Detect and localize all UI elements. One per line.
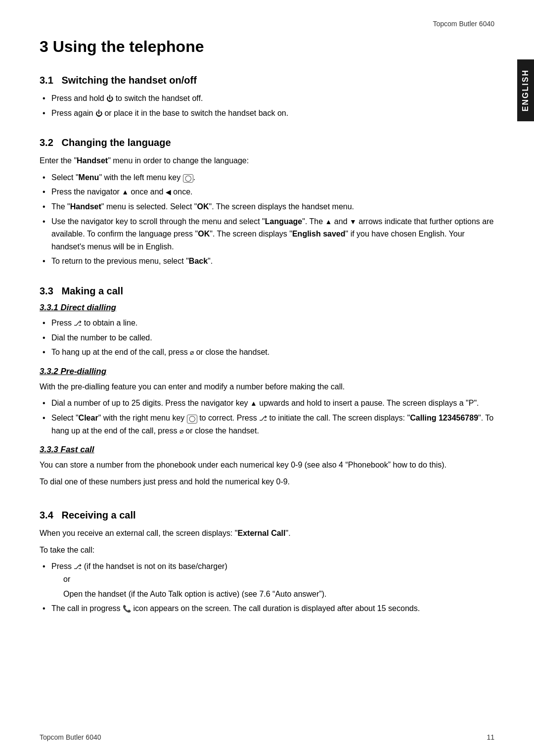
list-item: Use the navigator key to scroll through … (40, 215, 494, 253)
page-number: 11 (487, 733, 494, 741)
chapter-number: 3 (40, 38, 48, 55)
sub-text-open: Open the handset (if the Auto Talk optio… (51, 588, 494, 601)
sub-text-or: or (51, 573, 494, 586)
list-item: Dial a number of up to 25 digits. Press … (40, 397, 494, 410)
list-item: Press the navigator ▲ once and ◀ once. (40, 186, 494, 198)
phone-icon-3: ⎇ (74, 561, 82, 572)
arrow-left-icon: ◀ (166, 188, 171, 196)
list-item: Press again ⏻ or place it in the base to… (40, 107, 494, 120)
page-footer: Topcom Butler 6040 11 (40, 733, 494, 741)
call-in-progress-icon: 📞 (123, 603, 131, 614)
list-item: The call in progress 📞 icon appears on t… (40, 602, 494, 615)
section-3-2-heading: 3.2 Changing the language (40, 137, 494, 148)
subsection-3-3-1: 3.3.1 Direct dialling Press ⎇ to obtain … (40, 303, 494, 359)
section-3-1-heading: 3.1 Switching the handset on/off (40, 75, 494, 86)
footer-brand: Topcom Butler 6040 (40, 733, 101, 741)
subsection-3-3-1-heading: 3.3.1 Direct dialling (40, 303, 494, 313)
hangup-icon: ⌀ (190, 347, 194, 358)
phone-icon: ⎇ (74, 318, 82, 329)
subsection-3-3-2-intro: With the pre-dialling feature you can en… (40, 380, 494, 393)
page-header: Topcom Butler 6040 (40, 20, 494, 28)
section-3-2-intro: Enter the "Handset" menu in order to cha… (40, 154, 494, 167)
arrow-down-icon: ▼ (350, 218, 356, 226)
arrow-up-icon: ▲ (122, 188, 129, 196)
chapter-title-text: Using the telephone (53, 38, 204, 55)
section-3-3: 3.3 Making a call 3.3.1 Direct dialling … (40, 282, 494, 496)
list-item: Select "Clear" with the right menu key ◯… (40, 412, 494, 437)
subsection-3-3-2-heading: 3.3.2 Pre-dialling (40, 367, 494, 377)
subsection-3-3-2-list: Dial a number of up to 25 digits. Press … (40, 397, 494, 437)
list-item: Press ⎇ to obtain a line. (40, 317, 494, 330)
power-icon-2: ⏻ (95, 108, 102, 119)
subsection-3-3-3-para1: You can store a number from the phoneboo… (40, 459, 494, 472)
subsection-3-3-3-heading: 3.3.3 Fast call (40, 445, 494, 455)
list-item: Press and hold ⏻ to switch the handset o… (40, 92, 494, 105)
arrow-up-icon-2: ▲ (325, 218, 332, 226)
language-tab: ENGLISH (517, 59, 534, 121)
list-item: To return to the previous menu, select "… (40, 255, 494, 268)
section-3-4: 3.4 Receiving a call When you receive an… (40, 506, 494, 619)
subsection-3-3-3-para2: To dial one of these numbers just press … (40, 475, 494, 488)
subsection-3-3-2: 3.3.2 Pre-dialling With the pre-dialling… (40, 367, 494, 437)
section-3-4-heading: 3.4 Receiving a call (40, 510, 494, 521)
list-item: To hang up at the end of the call, press… (40, 346, 494, 359)
clear-key-icon: ◯ (187, 415, 197, 424)
list-item: Press ⎇ (if the handset is not on its ba… (40, 560, 494, 600)
chapter-title: 3 Using the telephone (40, 38, 494, 56)
section-3-2-list: Select "Menu" with the left menu key ◯. … (40, 171, 494, 268)
hangup-icon-2: ⌀ (179, 425, 183, 436)
section-3-4-intro: When you receive an external call, the s… (40, 527, 494, 540)
section-3-1-list: Press and hold ⏻ to switch the handset o… (40, 92, 494, 119)
list-item: Select "Menu" with the left menu key ◯. (40, 171, 494, 184)
section-3-4-list: Press ⎇ (if the handset is not on its ba… (40, 560, 494, 614)
arrow-up-icon-3: ▲ (250, 399, 257, 407)
power-icon: ⏻ (106, 93, 113, 104)
section-3-3-heading: 3.3 Making a call (40, 285, 494, 297)
phone-icon-2: ⎇ (259, 413, 267, 424)
section-3-1: 3.1 Switching the handset on/off Press a… (40, 71, 494, 123)
section-3-2: 3.2 Changing the language Enter the "Han… (40, 133, 494, 272)
brand-header: Topcom Butler 6040 (433, 20, 494, 28)
section-3-4-intro2: To take the call: (40, 544, 494, 557)
menu-key-icon: ◯ (183, 174, 193, 183)
subsection-3-3-1-list: Press ⎇ to obtain a line. Dial the numbe… (40, 317, 494, 359)
list-item: Dial the number to be called. (40, 331, 494, 344)
page: Topcom Butler 6040 ENGLISH 3 Using the t… (0, 0, 534, 756)
list-item: The "Handset" menu is selected. Select "… (40, 200, 494, 213)
subsection-3-3-3: 3.3.3 Fast call You can store a number f… (40, 445, 494, 488)
